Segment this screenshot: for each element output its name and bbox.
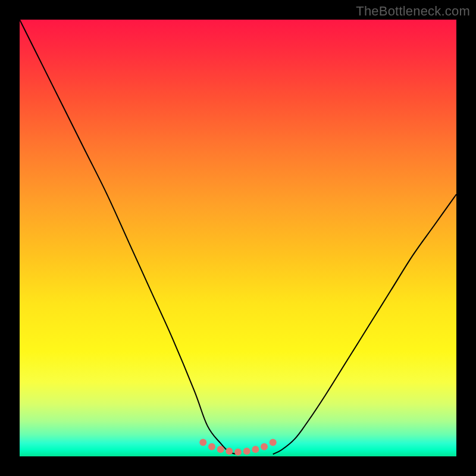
dot <box>199 439 206 446</box>
bottom-dot-cluster <box>199 439 276 456</box>
dot <box>261 443 268 450</box>
chart-frame: TheBottleneck.com <box>0 0 476 476</box>
curve-right <box>273 195 456 455</box>
watermark-text: TheBottleneck.com <box>356 4 470 19</box>
curve-left <box>20 20 238 454</box>
curve-layer <box>20 20 456 456</box>
dot <box>226 447 233 455</box>
dot <box>208 443 215 450</box>
dot <box>243 447 250 455</box>
curve-left-path <box>20 20 238 454</box>
plot-area <box>20 20 456 456</box>
dot <box>270 439 277 446</box>
dot <box>234 449 242 456</box>
dot <box>252 446 259 453</box>
dot <box>217 446 224 453</box>
curve-right-path <box>273 195 456 455</box>
